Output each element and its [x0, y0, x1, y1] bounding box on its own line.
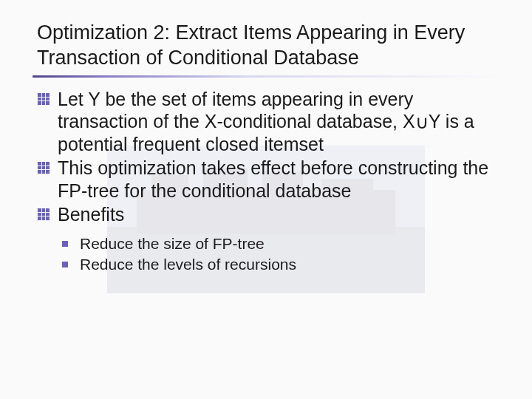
union-symbol: ∪ [415, 111, 429, 134]
sub-bullet-1: Reduce the size of FP-tree [80, 233, 502, 254]
bullet-1-text-pre: Let Y be the set of items appearing in e… [58, 89, 415, 132]
bullet-item-1: Let Y be the set of items appearing in e… [58, 88, 502, 156]
bullet-item-2: This optimization takes effect before co… [58, 157, 502, 202]
slide-title: Optimization 2: Extract Items Appearing … [37, 21, 502, 71]
main-bullet-list: Let Y be the set of items appearing in e… [37, 88, 502, 226]
sub-bullet-2: Reduce the levels of recursions [80, 254, 502, 275]
slide-content: Optimization 2: Extract Items Appearing … [0, 0, 532, 275]
title-underline [33, 75, 504, 78]
bullet-item-3: Benefits [58, 203, 502, 226]
sub-bullet-list: Reduce the size of FP-tree Reduce the le… [37, 233, 502, 276]
